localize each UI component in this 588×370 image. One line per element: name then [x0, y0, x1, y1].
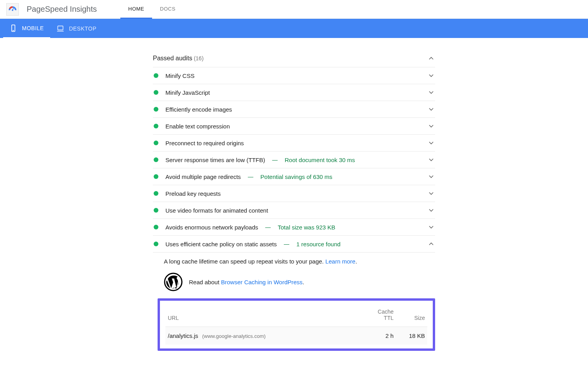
device-tab-bar: MOBILE DESKTOP [0, 19, 588, 38]
dash-separator: — [272, 157, 278, 163]
audit-title: Avoid multiple page redirects [165, 173, 241, 180]
size-value: 18 KB [396, 327, 427, 345]
tab-home[interactable]: HOME [120, 0, 152, 19]
cache-ttl-value: 2 h [368, 327, 396, 345]
chevron-up-icon [427, 54, 435, 62]
table-row: /analytics.js (www.google-analytics.com)… [165, 327, 427, 345]
col-size: Size [396, 305, 427, 327]
status-dot-pass [154, 208, 158, 213]
audit-note: Root document took 30 ms [285, 157, 355, 163]
audit-row[interactable]: Preload key requests [153, 185, 435, 202]
cache-table: URL Cache TTL Size /analytics.js (www.go… [165, 305, 427, 345]
device-tab-mobile[interactable]: MOBILE [3, 19, 50, 38]
device-tab-label: MOBILE [22, 25, 44, 31]
wp-prefix: Read about [189, 279, 221, 285]
description-text: A long cache lifetime can speed up repea… [164, 258, 325, 265]
status-dot-pass [154, 242, 158, 246]
audit-row[interactable]: Avoids enormous network payloads—Total s… [153, 219, 435, 236]
status-dot-pass [154, 174, 158, 179]
status-dot-pass [154, 157, 158, 162]
wp-suffix: . [303, 279, 304, 285]
chevron-down-icon [427, 156, 435, 164]
cache-table-highlight: URL Cache TTL Size /analytics.js (www.go… [158, 298, 435, 351]
audit-row[interactable]: Preconnect to required origins [153, 135, 435, 152]
audit-title: Use video formats for animated content [165, 207, 268, 214]
status-dot-pass [154, 124, 158, 128]
chevron-down-icon [427, 139, 435, 147]
audit-title: Avoids enormous network payloads [165, 224, 258, 231]
status-dot-pass [154, 141, 158, 145]
status-dot-pass [154, 90, 158, 95]
resource-host: (www.google-analytics.com) [202, 333, 266, 339]
main-content: Passed audits (16) Minify CSSMinify Java… [153, 50, 435, 351]
audit-title: Efficiently encode images [165, 106, 232, 113]
phone-icon [9, 24, 17, 32]
audit-row[interactable]: Efficiently encode images [153, 101, 435, 118]
chevron-down-icon [427, 223, 435, 231]
chevron-down-icon [427, 190, 435, 197]
audit-row[interactable]: Enable text compression [153, 118, 435, 135]
section-count: (16) [194, 55, 203, 61]
audit-title: Preload key requests [165, 190, 221, 197]
description-suffix: . [356, 258, 357, 265]
status-dot-pass [154, 107, 158, 112]
svg-rect-4 [58, 26, 63, 30]
dash-separator: — [284, 241, 289, 247]
chevron-down-icon [427, 105, 435, 113]
chevron-down-icon [427, 88, 435, 96]
audit-title: Minify CSS [165, 72, 194, 79]
audit-title: Preconnect to required origins [165, 140, 244, 146]
col-cache-ttl: Cache TTL [368, 305, 396, 327]
chevron-down-icon [427, 72, 435, 79]
audit-row[interactable]: Avoid multiple page redirects—Potential … [153, 168, 435, 185]
laptop-icon [56, 25, 64, 32]
device-tab-label: DESKTOP [69, 25, 96, 32]
section-title: Passed audits [153, 55, 192, 61]
top-tabs: HOME DOCS [120, 0, 183, 19]
audit-row[interactable]: Use video formats for animated content [153, 202, 435, 219]
audit-title: Uses efficient cache policy on static as… [165, 241, 277, 247]
audit-note: 1 resource found [296, 241, 341, 247]
topbar: PageSpeed Insights HOME DOCS [0, 0, 588, 19]
col-url: URL [165, 305, 368, 327]
wordpress-hint-text: Read about Browser Caching in WordPress. [189, 279, 304, 285]
chevron-down-icon [427, 122, 435, 130]
audit-title: Minify JavaScript [165, 89, 210, 96]
tab-docs[interactable]: DOCS [152, 0, 183, 19]
audit-note: Total size was 923 KB [278, 224, 336, 231]
audit-row[interactable]: Minify JavaScript [153, 84, 435, 101]
audit-row[interactable]: Minify CSS [153, 67, 435, 84]
wordpress-icon [164, 273, 183, 291]
wordpress-hint: Read about Browser Caching in WordPress. [153, 270, 435, 298]
status-dot-pass [154, 73, 158, 78]
status-dot-pass [154, 225, 158, 229]
audit-note: Potential savings of 630 ms [260, 173, 332, 180]
passed-audits-header[interactable]: Passed audits (16) [153, 50, 435, 67]
app-logo [6, 3, 19, 16]
dash-separator: — [265, 224, 271, 230]
dash-separator: — [248, 173, 253, 180]
audit-row[interactable]: Uses efficient cache policy on static as… [153, 236, 435, 253]
app-title: PageSpeed Insights [27, 5, 97, 14]
learn-more-link[interactable]: Learn more [325, 258, 356, 265]
resource-path: /analytics.js [168, 332, 198, 339]
audit-title: Server response times are low (TTFB) [165, 157, 265, 163]
device-tab-desktop[interactable]: DESKTOP [50, 19, 103, 38]
audit-row[interactable]: Server response times are low (TTFB)—Roo… [153, 152, 435, 168]
chevron-down-icon [427, 173, 435, 180]
chevron-down-icon [427, 206, 435, 214]
audit-title: Enable text compression [165, 123, 230, 130]
wordpress-caching-link[interactable]: Browser Caching in WordPress [221, 279, 303, 285]
chevron-up-icon [427, 240, 435, 248]
status-dot-pass [154, 191, 158, 196]
gauge-icon [8, 5, 17, 14]
audit-description: A long cache lifetime can speed up repea… [153, 253, 435, 270]
